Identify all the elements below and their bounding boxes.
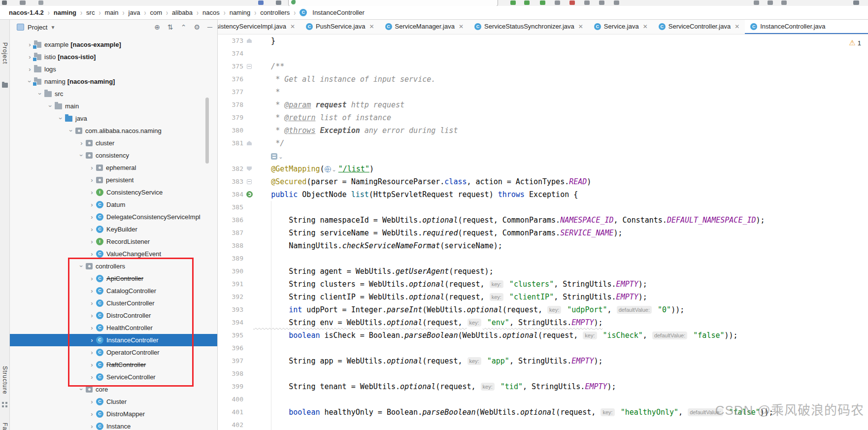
- toolbar-icon[interactable]: [599, 0, 604, 5]
- tree-item-controllers[interactable]: ›controllers: [10, 260, 217, 272]
- toolbar-icon[interactable]: [853, 0, 859, 5]
- code-line[interactable]: 398: [218, 367, 868, 380]
- code-line[interactable]: 396: [218, 342, 868, 355]
- close-icon[interactable]: ✕: [643, 23, 648, 30]
- fold-collapse-icon[interactable]: [247, 64, 252, 69]
- tree-item-Instance[interactable]: ›CInstance: [10, 420, 217, 430]
- chevron-collapsed-icon[interactable]: ›: [88, 189, 96, 196]
- toolbar-icon[interactable]: [614, 0, 619, 5]
- gutter-fold-column[interactable]: [246, 239, 253, 252]
- code-line[interactable]: 401 boolean healthyOnly = Boolean.parseB…: [218, 406, 868, 419]
- gutter-fold-column[interactable]: [246, 73, 253, 86]
- toolbar-icon[interactable]: [258, 0, 264, 5]
- chevron-expanded-icon[interactable]: ›: [26, 77, 33, 86]
- code-line[interactable]: 400: [218, 393, 868, 406]
- code-line[interactable]: 380 * @throws Exception any error during…: [218, 124, 868, 137]
- code-line[interactable]: 385: [218, 201, 868, 214]
- tree-item-ConsistencyService[interactable]: ›IConsistencyService: [10, 186, 217, 198]
- breadcrumb-item[interactable]: naming: [230, 9, 251, 16]
- gutter-fold-column[interactable]: [246, 367, 253, 380]
- code-line[interactable]: 393 int udpPort = Integer.parseInt(WebUt…: [218, 303, 868, 316]
- code-line[interactable]: 391 String clusters = WebUtils.optional(…: [218, 278, 868, 291]
- chevron-collapsed-icon[interactable]: ›: [88, 250, 96, 258]
- code-line[interactable]: 374: [218, 47, 868, 60]
- gutter-fold-column[interactable]: [246, 355, 253, 367]
- tree-item-ephemeral[interactable]: ›ephemeral: [10, 162, 217, 174]
- fold-collapse-icon[interactable]: [247, 179, 252, 184]
- code-editor[interactable]: 373 }374375 /**376 * Get all instance of…: [217, 34, 868, 430]
- code-line[interactable]: 389: [218, 252, 868, 265]
- chevron-collapsed-icon[interactable]: ›: [88, 361, 96, 368]
- breadcrumb-item[interactable]: nacos-1.4.2: [9, 9, 44, 16]
- chevron-collapsed-icon[interactable]: ›: [88, 410, 96, 418]
- gutter-fold-column[interactable]: [246, 201, 253, 214]
- breadcrumb-item[interactable]: controllers: [260, 9, 290, 16]
- breadcrumb-item[interactable]: java: [129, 9, 140, 16]
- code-line[interactable]: 390 String agent = WebUtils.getUserAgent…: [218, 265, 868, 278]
- toolbar-icon[interactable]: [768, 0, 773, 5]
- gutter-fold-column[interactable]: [246, 316, 253, 329]
- chevron-collapsed-icon[interactable]: ›: [88, 398, 96, 405]
- code-line[interactable]: ⌄: [218, 150, 868, 163]
- chevron-collapsed-icon[interactable]: ›: [88, 349, 96, 356]
- tree-item-CatalogController[interactable]: ›CCatalogController: [10, 285, 217, 297]
- chevron-collapsed-icon[interactable]: ›: [88, 213, 96, 221]
- code-line[interactable]: 382 @GetMapping(⌄"/list"): [218, 163, 868, 175]
- gutter-fold-column[interactable]: [246, 329, 253, 342]
- toolbar-icon[interactable]: [20, 0, 26, 5]
- endpoint-inlay-icon[interactable]: [271, 153, 277, 160]
- tree-item-main[interactable]: ›main: [10, 100, 217, 112]
- code-line[interactable]: 388 NamingUtils.checkServiceNameFormat(s…: [218, 239, 868, 252]
- code-line[interactable]: 384 public ObjectNode list(HttpServletRe…: [218, 188, 868, 201]
- chevron-collapsed-icon[interactable]: ›: [77, 139, 86, 147]
- tool-stripe-structure[interactable]: Structure: [1, 366, 8, 395]
- tree-item-KeyBuilder[interactable]: ›CKeyBuilder: [10, 223, 217, 235]
- chevron-collapsed-icon[interactable]: ›: [88, 226, 96, 233]
- gutter-fold-column[interactable]: [246, 214, 253, 227]
- tree-scrollbar[interactable]: [205, 98, 209, 164]
- chevron-collapsed-icon[interactable]: ›: [88, 164, 96, 171]
- fold-end-icon[interactable]: [247, 141, 252, 145]
- editor-tab[interactable]: CDistroConsistencyServiceImpl.java✕: [218, 20, 300, 34]
- code-line[interactable]: 378 * @param request http request: [218, 99, 868, 111]
- tree-item-DistroController[interactable]: ›CDistroController: [10, 309, 217, 322]
- chevron-down-icon[interactable]: ▼: [50, 25, 55, 30]
- tree-item-HealthController[interactable]: ›CHealthController: [10, 322, 217, 334]
- gutter-fold-column[interactable]: [246, 99, 253, 111]
- code-line[interactable]: 381 */: [218, 137, 868, 150]
- tree-item-RaftController[interactable]: ›CRaftController: [10, 359, 217, 371]
- tree-item-istio[interactable]: ›istio[nacos-istio]: [10, 51, 217, 63]
- chevron-collapsed-icon[interactable]: ›: [88, 336, 96, 344]
- breadcrumb-item[interactable]: nacos: [202, 9, 220, 16]
- tree-item-InstanceController[interactable]: ›CInstanceController: [10, 334, 217, 346]
- code-line[interactable]: 377 *: [218, 86, 868, 99]
- code-line[interactable]: 386 String namespaceId = WebUtils.option…: [218, 214, 868, 227]
- gutter-fold-column[interactable]: [246, 342, 253, 355]
- tree-item-ServiceController[interactable]: ›CServiceController: [10, 371, 217, 383]
- gutter-fold-column[interactable]: [246, 303, 253, 316]
- editor-tab[interactable]: CServiceStatusSynchronizer.java✕: [469, 20, 589, 34]
- gutter-fold-column[interactable]: [246, 406, 253, 419]
- chevron-collapsed-icon[interactable]: ›: [88, 312, 96, 319]
- chevron-collapsed-icon[interactable]: ›: [88, 275, 96, 282]
- tool-stripe-favorites[interactable]: Favorites: [1, 423, 8, 430]
- chevron-collapsed-icon[interactable]: ›: [88, 238, 96, 245]
- tree-item-Cluster[interactable]: ›CCluster: [10, 396, 217, 408]
- gutter-fold-column[interactable]: [246, 393, 253, 406]
- tree-item-cluster[interactable]: ›cluster: [10, 137, 217, 149]
- gutter-fold-column[interactable]: [246, 175, 253, 188]
- editor-tab[interactable]: CService.java✕: [589, 20, 653, 34]
- tree-item-OperatorController[interactable]: ›COperatorController: [10, 346, 217, 359]
- chevron-expanded-icon[interactable]: ›: [78, 151, 85, 160]
- close-icon[interactable]: ✕: [459, 23, 464, 30]
- project-files-icon[interactable]: [2, 83, 8, 88]
- tree-item-DistroMapper[interactable]: ›CDistroMapper: [10, 408, 217, 420]
- gutter-fold-column[interactable]: [246, 188, 253, 201]
- code-line[interactable]: 397 String app = WebUtils.optional(reque…: [218, 355, 868, 367]
- tree-item-logs[interactable]: ›logs: [10, 63, 217, 75]
- gutter-fold-column[interactable]: [246, 278, 253, 291]
- chevron-collapsed-icon[interactable]: ›: [88, 299, 96, 307]
- chevron-expanded-icon[interactable]: ›: [78, 262, 85, 270]
- breadcrumb-item[interactable]: main: [104, 9, 118, 16]
- project-panel-title[interactable]: Project: [28, 24, 47, 31]
